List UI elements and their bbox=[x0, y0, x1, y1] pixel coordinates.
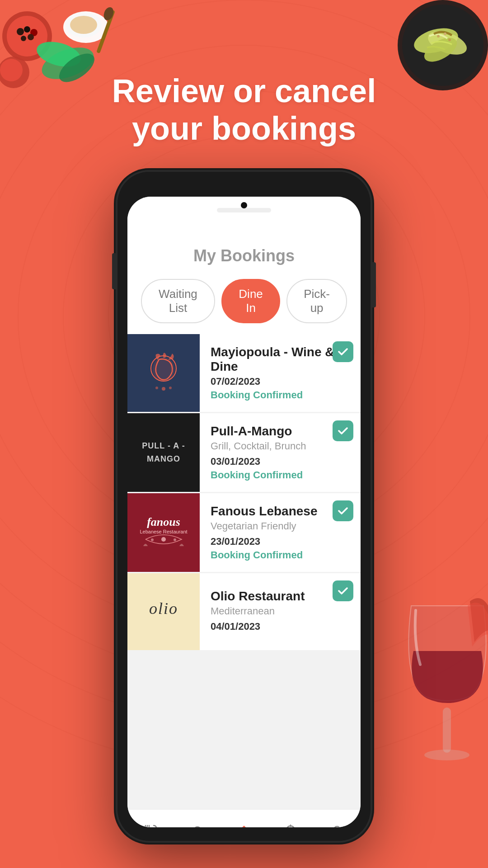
nav-item-home[interactable] bbox=[226, 814, 262, 828]
phone-screen: My Bookings Waiting List Dine In Pick-up bbox=[127, 197, 361, 827]
nav-item-menu[interactable] bbox=[133, 814, 169, 828]
booking-card-fanous[interactable]: fanous Lebanese Restaurant bbox=[127, 493, 361, 572]
booking-cuisine-fanous: Vegetarian Friendly bbox=[211, 520, 352, 532]
app-header: My Bookings Waiting List Dine In Pick-up bbox=[127, 224, 361, 334]
svg-point-42 bbox=[161, 537, 166, 542]
header-section: Review or cancel your bookings bbox=[0, 72, 488, 147]
nav-item-profile[interactable] bbox=[319, 814, 355, 828]
confirmed-badge-mayiopoula bbox=[333, 341, 353, 362]
booking-card-mayiopoula[interactable]: Mayiopoula - Wine & Dine 07/02/2023 Book… bbox=[127, 334, 361, 412]
bell-icon bbox=[282, 823, 300, 828]
booking-status-pull-a-mango: Booking Confirmed bbox=[211, 469, 352, 481]
front-camera bbox=[241, 202, 247, 208]
svg-point-37 bbox=[162, 387, 165, 391]
booking-date-pull-a-mango: 03/01/2023 bbox=[211, 456, 352, 467]
confirmed-badge-fanous bbox=[333, 500, 353, 521]
bag-icon bbox=[188, 823, 206, 828]
booking-image-pull-a-mango: PULL - A - MANGO bbox=[127, 413, 200, 492]
restaurant-logo-fanous: fanous Lebanese Restaurant bbox=[127, 493, 200, 572]
booking-image-olio: olio bbox=[127, 573, 200, 650]
booking-status-fanous: Booking Confirmed bbox=[211, 549, 352, 561]
booking-cuisine-olio: Mediterranean bbox=[211, 605, 352, 617]
tab-waiting-list[interactable]: Waiting List bbox=[141, 279, 215, 323]
svg-point-43 bbox=[151, 538, 154, 541]
svg-point-38 bbox=[155, 387, 158, 389]
booking-date-mayiopoula: 07/02/2023 bbox=[211, 376, 352, 387]
home-icon bbox=[235, 823, 253, 828]
booking-image-mayiopoula bbox=[127, 334, 200, 412]
booking-card-olio[interactable]: olio Olio Restaurant Mediterranean 04/01… bbox=[127, 573, 361, 650]
restaurant-logo-olio: olio bbox=[127, 573, 200, 650]
tab-pick-up[interactable]: Pick-up bbox=[286, 279, 347, 323]
booking-date-fanous: 23/01/2023 bbox=[211, 536, 352, 547]
booking-list: Mayiopoula - Wine & Dine 07/02/2023 Book… bbox=[127, 334, 361, 809]
header-title: Review or cancel your bookings bbox=[0, 72, 488, 147]
booking-image-fanous: fanous Lebanese Restaurant bbox=[127, 493, 200, 572]
tab-row: Waiting List Dine In Pick-up bbox=[141, 279, 347, 334]
phone-shell: My Bookings Waiting List Dine In Pick-up bbox=[117, 172, 371, 841]
booking-name-olio: Olio Restaurant bbox=[211, 589, 352, 604]
booking-date-olio: 04/01/2023 bbox=[211, 621, 352, 632]
svg-point-50 bbox=[334, 826, 340, 828]
svg-text:Lebanese Restaurant: Lebanese Restaurant bbox=[140, 529, 187, 534]
volume-button bbox=[112, 253, 116, 289]
restaurant-logo-pull-a-mango: PULL - A - MANGO bbox=[127, 413, 200, 492]
tab-dine-in[interactable]: Dine In bbox=[221, 279, 280, 323]
phone-mockup: My Bookings Waiting List Dine In Pick-up bbox=[117, 172, 371, 841]
bottom-navigation bbox=[127, 809, 361, 827]
booking-name-mayiopoula: Mayiopoula - Wine & Dine bbox=[211, 345, 352, 374]
restaurant-logo-mayiopoula bbox=[127, 334, 200, 412]
booking-card-pull-a-mango[interactable]: PULL - A - MANGO Pull-A-Mango Grill, Coc… bbox=[127, 413, 361, 492]
status-bar bbox=[127, 197, 361, 224]
svg-text:fanous: fanous bbox=[147, 515, 180, 528]
power-button bbox=[372, 262, 376, 307]
svg-text:olio: olio bbox=[149, 599, 178, 618]
svg-point-39 bbox=[169, 387, 172, 389]
person-icon bbox=[328, 823, 346, 828]
svg-point-44 bbox=[174, 538, 176, 541]
booking-status-mayiopoula: Booking Confirmed bbox=[211, 389, 352, 401]
nav-item-notifications[interactable] bbox=[272, 814, 309, 828]
app-title: My Bookings bbox=[141, 246, 347, 265]
confirmed-badge-pull-a-mango bbox=[333, 420, 353, 441]
top-bar-indicator bbox=[217, 208, 271, 212]
confirmed-badge-olio bbox=[333, 580, 353, 601]
booking-name-pull-a-mango: Pull-A-Mango bbox=[211, 424, 352, 439]
nav-item-orders[interactable] bbox=[179, 814, 216, 828]
booking-name-fanous: Fanous Lebanese bbox=[211, 504, 352, 519]
booking-cuisine-pull-a-mango: Grill, Cocktail, Brunch bbox=[211, 440, 352, 452]
app-content: My Bookings Waiting List Dine In Pick-up bbox=[127, 224, 361, 827]
utensils-icon bbox=[142, 823, 160, 828]
